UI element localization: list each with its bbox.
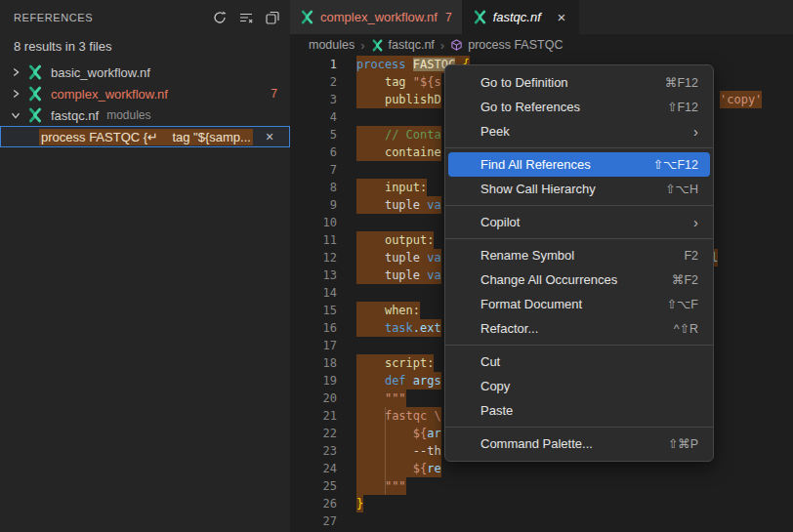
line-number: 14	[290, 284, 337, 302]
line-number: 25	[290, 477, 337, 495]
close-tab-icon[interactable]: ×	[555, 9, 568, 25]
file-path-description: modules	[106, 108, 150, 122]
tab-complex-workflow[interactable]: complex_workflow.nf 7	[290, 0, 463, 34]
file-name: complex_workflow.nf	[51, 87, 168, 102]
menu-item-format-document[interactable]: Format Document⇧⌥F	[448, 292, 710, 316]
line-number: 13	[290, 266, 337, 284]
submenu-arrow-icon: ›	[693, 124, 698, 139]
code-fragment: 'copy'	[720, 91, 762, 108]
result-count-badge: 7	[271, 87, 277, 101]
code-text: fastqc \	[356, 407, 441, 425]
code-line-26[interactable]: 26}	[290, 495, 793, 512]
file-name: fastqc.nf	[51, 108, 99, 123]
results-summary: 8 results in 3 files	[0, 35, 290, 60]
reference-snippet: process FASTQC {↵ tag "${samp...	[39, 129, 253, 145]
code-line-25[interactable]: 25 """	[290, 477, 793, 495]
menu-shortcut: ⇧F12	[667, 100, 698, 114]
code-text: publishD	[356, 91, 441, 108]
indent-guide	[385, 407, 386, 495]
chevron-right-icon[interactable]	[8, 64, 23, 80]
breadcrumb-fastqc[interactable]: fastqc.nf	[371, 38, 435, 52]
line-number: 12	[290, 249, 337, 266]
dismiss-result-icon[interactable]: ×	[262, 129, 277, 144]
menu-item-copy[interactable]: Copy	[448, 374, 710, 398]
code-text: tag "${s	[356, 73, 441, 91]
menu-item-paste[interactable]: Paste	[448, 398, 710, 423]
results-tree: basic_workflow.nf complex_workflow.nf 7 …	[0, 61, 290, 147]
code-text: tuple va	[356, 266, 441, 284]
tab-label: complex_workflow.nf	[320, 10, 438, 24]
breadcrumb-separator: ›	[360, 38, 364, 53]
line-number: 16	[290, 319, 337, 337]
line-number: 4	[290, 108, 337, 126]
menu-item-go-to-references[interactable]: Go to References⇧F12	[448, 95, 710, 119]
breadcrumb-process-fastqc[interactable]: process FASTQC	[450, 38, 563, 52]
breadcrumb: modules › fastqc.nf › process FASTQC	[290, 34, 793, 56]
menu-item-find-all-references[interactable]: Find All References⇧⌥F12	[448, 152, 710, 177]
menu-item-rename-symbol[interactable]: Rename SymbolF2	[448, 243, 710, 267]
line-number: 22	[290, 425, 337, 442]
chevron-down-icon[interactable]	[8, 107, 23, 123]
breadcrumb-separator: ›	[440, 38, 444, 53]
menu-item-peek[interactable]: Peek›	[448, 119, 710, 143]
line-number: 21	[290, 407, 337, 425]
tree-item-fastqc[interactable]: fastqc.nf modules	[0, 104, 290, 126]
tab-label: fastqc.nf	[493, 10, 541, 24]
tree-item-complex-workflow[interactable]: complex_workflow.nf 7	[0, 83, 290, 104]
line-number: 26	[290, 495, 337, 512]
collapse-all-icon[interactable]	[263, 8, 282, 27]
menu-shortcut: ⌘F2	[672, 272, 698, 287]
menu-item-copilot[interactable]: Copilot›	[448, 210, 710, 234]
code-line-24[interactable]: 24 ${re	[290, 460, 793, 477]
menu-item-show-call-hierarchy[interactable]: Show Call Hierarchy⇧⌥H	[448, 177, 710, 201]
submenu-arrow-icon: ›	[693, 215, 698, 229]
code-text: ${ar	[356, 425, 441, 442]
menu-item-command-palette[interactable]: Command Palette...⇧⌘P	[448, 431, 710, 456]
references-panel: REFERENCES 8 results in 3 files basic_wo…	[0, 0, 290, 532]
clear-results-icon[interactable]	[236, 8, 256, 27]
nextflow-file-icon	[473, 10, 487, 24]
line-number: 3	[290, 91, 337, 108]
reference-result-selected[interactable]: process FASTQC {↵ tag "${samp... ×	[0, 126, 290, 147]
refresh-icon[interactable]	[210, 8, 230, 27]
line-number: 15	[290, 302, 337, 319]
symbol-module-icon	[450, 39, 463, 52]
menu-item-refactor[interactable]: Refactor...^⇧R	[448, 316, 710, 341]
nextflow-file-icon	[27, 64, 43, 80]
menu-separator	[445, 147, 713, 148]
line-number: 11	[290, 231, 337, 249]
code-text: when:	[356, 302, 420, 319]
file-name: basic_workflow.nf	[51, 65, 150, 80]
line-number: 19	[290, 372, 337, 389]
code-text: tuple va	[356, 249, 441, 266]
menu-item-cut[interactable]: Cut	[448, 349, 710, 374]
nextflow-file-icon	[27, 107, 43, 123]
tree-item-basic-workflow[interactable]: basic_workflow.nf	[0, 61, 290, 83]
line-number: 17	[290, 337, 337, 354]
panel-title: REFERENCES	[14, 12, 210, 23]
code-line-27[interactable]: 27	[290, 512, 793, 530]
code-text: // Conta	[356, 126, 441, 143]
menu-separator	[445, 345, 713, 346]
references-panel-header: REFERENCES	[0, 0, 290, 35]
line-number: 6	[290, 143, 337, 161]
tab-bar: complex_workflow.nf 7 fastqc.nf ×	[290, 0, 793, 34]
menu-item-change-all-occurrences[interactable]: Change All Occurrences⌘F2	[448, 267, 710, 292]
chevron-right-icon[interactable]	[8, 86, 23, 102]
editor-context-menu: Go to Definition⌘F12Go to References⇧F12…	[444, 64, 714, 462]
menu-item-go-to-definition[interactable]: Go to Definition⌘F12	[448, 70, 710, 95]
line-number: 23	[290, 442, 337, 460]
menu-shortcut: ⇧⌥F	[666, 297, 698, 311]
line-number: 9	[290, 196, 337, 214]
menu-shortcut: F2	[684, 249, 698, 263]
menu-shortcut: ⌘F12	[665, 75, 698, 90]
code-text: input:	[356, 179, 427, 196]
breadcrumb-modules[interactable]: modules	[309, 38, 355, 52]
line-number: 8	[290, 179, 337, 196]
menu-separator	[445, 427, 713, 428]
line-number: 5	[290, 126, 337, 143]
line-number: 24	[290, 460, 337, 477]
line-number: 27	[290, 512, 337, 530]
menu-shortcut: ⇧⌥F12	[653, 157, 698, 172]
tab-fastqc[interactable]: fastqc.nf ×	[463, 0, 579, 34]
